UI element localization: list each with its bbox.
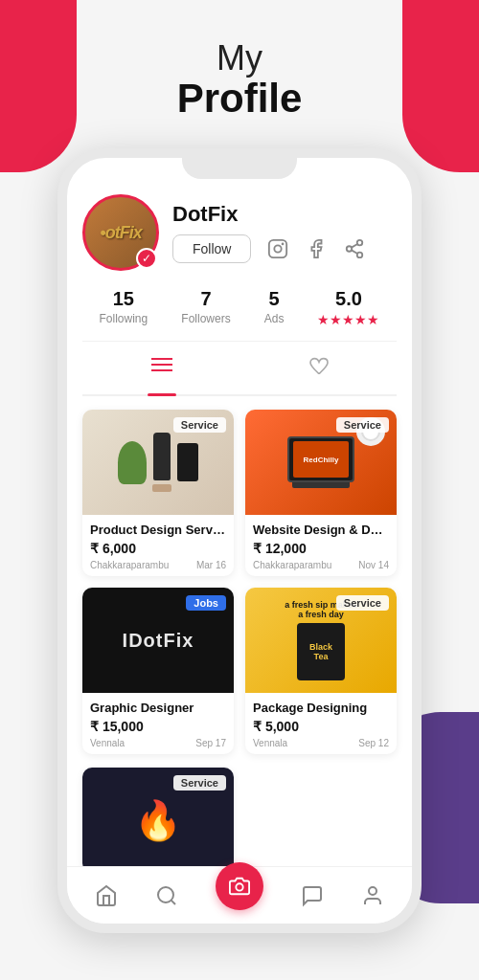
card-meta-1: Chakkaraparambu Mar 16 (90, 560, 226, 570)
svg-line-12 (171, 900, 175, 903)
profile-name: DotFix (172, 202, 397, 227)
card-location-2: Chakkaraparambu (253, 560, 331, 570)
page-title-area: My Profile (0, 38, 479, 119)
cards-grid: Service Product Design Service ₹ 6,000 C… (82, 396, 397, 768)
card-date-1: Mar 16 (196, 560, 226, 570)
box-icon (177, 443, 198, 481)
bottle-icon (153, 433, 171, 480)
card-price-4: ₹ 5,000 (253, 719, 389, 734)
card-title-2: Website Design & Dev... (253, 523, 389, 537)
avatar-wrap: •otFix ✓ (82, 194, 159, 271)
card-image-package: a fresh sip makesa fresh day BlackTea Se… (245, 588, 397, 693)
card-body-2: Website Design & Dev... ₹ 12,000 Chakkar… (245, 515, 397, 576)
svg-point-2 (282, 243, 285, 246)
rating-value: 5.0 (317, 288, 379, 310)
card-body-4: Package Designing ₹ 5,000 Vennala Sep 12 (245, 693, 397, 754)
card-image-website: RedChilly Service (245, 410, 397, 515)
profile-info: DotFix Follow (172, 202, 397, 263)
card-graphic-designer[interactable]: IDotFix Jobs Graphic Designer ₹ 15,000 V… (82, 588, 234, 754)
followers-label: Followers (181, 312, 230, 325)
card-price-1: ₹ 6,000 (90, 541, 226, 556)
flame-content: 🔥 (134, 798, 182, 843)
flame-icon: 🔥 (134, 798, 182, 843)
package-content: a fresh sip makesa fresh day BlackTea (285, 600, 357, 680)
card-title-1: Product Design Service (90, 523, 226, 537)
card-location-1: Chakkaraparambu (90, 560, 169, 570)
social-icons (264, 235, 368, 262)
card-image-graphic: IDotFix Jobs (82, 588, 234, 693)
svg-point-11 (158, 887, 173, 902)
card-meta-2: Chakkaraparambu Nov 14 (253, 560, 389, 570)
profile-stats: 15 Following 7 Followers 5 Ads 5.0 ★★★★★ (82, 278, 397, 342)
svg-point-3 (357, 240, 363, 246)
nav-search[interactable] (146, 879, 188, 913)
rating-stars: ★★★★★ (317, 312, 379, 327)
package-box: BlackTea (297, 623, 345, 680)
following-count: 15 (100, 288, 148, 310)
avatar-logo: •otFix (100, 223, 141, 243)
svg-point-1 (275, 245, 282, 252)
label-icon (152, 484, 171, 492)
card-body-1: Product Design Service ₹ 6,000 Chakkarap… (82, 515, 234, 576)
follow-button[interactable]: Follow (172, 234, 251, 263)
card-price-2: ₹ 12,000 (253, 541, 389, 556)
card-meta-3: Vennala Sep 17 (90, 738, 226, 748)
page-title-profile: Profile (0, 78, 479, 119)
stat-rating: 5.0 ★★★★★ (317, 288, 379, 327)
card-price-3: ₹ 15,000 (90, 719, 226, 734)
phone-content: •otFix ✓ DotFix Follow (67, 179, 412, 887)
card-service-bottom[interactable]: 🔥 Service (82, 768, 234, 873)
card-image-product: Service (82, 410, 234, 515)
screen-text: RedChilly (304, 456, 339, 464)
badge-service-2: Service (336, 417, 389, 433)
share-icon[interactable] (341, 235, 368, 262)
verified-badge: ✓ (136, 248, 157, 269)
package-brand: BlackTea (309, 642, 332, 661)
instagram-icon[interactable] (264, 235, 291, 262)
card-location-3: Vennala (90, 738, 125, 748)
nav-camera[interactable] (206, 876, 273, 916)
svg-line-6 (352, 250, 357, 254)
nav-home[interactable] (85, 879, 127, 913)
svg-point-5 (357, 253, 363, 258)
phone-frame: •otFix ✓ DotFix Follow (57, 148, 422, 933)
card-meta-4: Vennala Sep 12 (253, 738, 389, 748)
profile-header: •otFix ✓ DotFix Follow (82, 179, 397, 278)
facebook-icon[interactable] (303, 235, 330, 262)
monitor-stand (292, 482, 350, 488)
page-title-my: My (0, 38, 479, 78)
profile-tabs (82, 342, 397, 396)
tab-list[interactable] (132, 351, 192, 385)
nav-chat[interactable] (291, 879, 333, 913)
svg-rect-0 (269, 240, 286, 257)
card-website-design[interactable]: RedChilly Service Website Design & Dev..… (245, 410, 397, 576)
card-date-2: Nov 14 (358, 560, 389, 570)
card-title-4: Package Designing (253, 701, 389, 715)
bottom-nav (67, 866, 412, 924)
nav-profile[interactable] (352, 879, 394, 913)
tab-favorites[interactable] (290, 351, 348, 385)
phone-notch (182, 158, 297, 179)
card-product-design[interactable]: Service Product Design Service ₹ 6,000 C… (82, 410, 234, 576)
svg-point-14 (369, 887, 376, 895)
graphic-logo: IDotFix (123, 630, 194, 652)
ads-count: 5 (264, 288, 285, 310)
badge-service-bottom: Service (173, 775, 226, 791)
card-location-4: Vennala (253, 738, 287, 748)
card-image-service-bottom: 🔥 Service (82, 768, 234, 873)
svg-line-7 (352, 244, 357, 248)
ads-label: Ads (264, 312, 285, 325)
badge-service-1: Service (173, 417, 226, 433)
plant-icon (118, 441, 147, 484)
badge-service-4: Service (336, 595, 389, 611)
monitor: RedChilly (287, 436, 354, 482)
stat-following: 15 Following (100, 288, 148, 327)
card-title-3: Graphic Designer (90, 701, 226, 715)
screen: RedChilly (293, 441, 349, 478)
card-body-3: Graphic Designer ₹ 15,000 Vennala Sep 17 (82, 693, 234, 754)
card-package-designing[interactable]: a fresh sip makesa fresh day BlackTea Se… (245, 588, 397, 754)
following-label: Following (100, 312, 148, 325)
card-date-3: Sep 17 (195, 738, 226, 748)
badge-jobs-3: Jobs (186, 595, 226, 611)
camera-button[interactable] (216, 862, 263, 910)
